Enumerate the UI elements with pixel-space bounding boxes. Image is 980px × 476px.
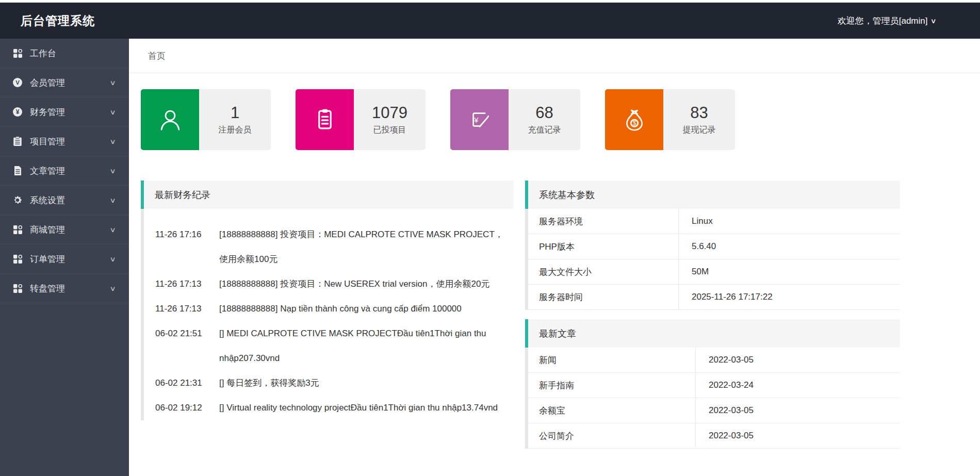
sidebar-item-wheel[interactable]: 转盘管理 ∨	[0, 274, 129, 303]
grid-icon	[12, 283, 23, 293]
sidebar-item-members[interactable]: V 会员管理 ∨	[0, 68, 129, 97]
yuan-circle-icon: ¥	[12, 107, 23, 117]
stat-label: 注册会员	[219, 125, 252, 136]
article-title: 公司简介	[528, 423, 695, 448]
stat-card-withdraw[interactable]: $ 83 提现记录	[605, 89, 735, 150]
sidebar-item-mall[interactable]: 商城管理 ∨	[0, 215, 129, 244]
stat-card-members[interactable]: 1 注册会员	[141, 89, 271, 150]
svg-text:¥: ¥	[473, 116, 479, 124]
record-time: 11-26 17:16	[155, 222, 211, 272]
sidebar-item-label: 项目管理	[30, 136, 65, 147]
finance-panel-header: 最新财务纪录	[141, 180, 514, 209]
sidebar-item-settings[interactable]: 系统设置 ∨	[0, 186, 129, 215]
param-label: PHP版本	[528, 234, 678, 259]
user-icon	[141, 89, 199, 150]
panel-title: 系统基本参数	[539, 189, 595, 201]
finance-record: 11-26 17:13 [18888888888] 投资项目：New USERE…	[144, 272, 514, 297]
yuan-edit-icon: ¥	[450, 89, 509, 150]
param-label: 服务器时间	[528, 285, 678, 309]
table-row[interactable]: 新手指南 2022-03-24	[528, 373, 900, 398]
main-content: 首页 1 注册会员	[129, 39, 980, 476]
breadcrumb-bar: 首页	[129, 39, 980, 73]
article-date: 2022-03-24	[695, 373, 900, 398]
svg-text:$: $	[632, 120, 636, 127]
sidebar-item-label: 工作台	[30, 47, 56, 59]
svg-text:V: V	[15, 79, 20, 86]
table-row: PHP版本 5.6.40	[528, 234, 900, 259]
sidebar-item-label: 商城管理	[30, 224, 65, 236]
stat-value: 83	[690, 104, 708, 122]
table-row[interactable]: 余额宝 2022-03-05	[528, 398, 900, 423]
stat-label: 已投项目	[373, 125, 406, 136]
sidebar-item-projects[interactable]: 项目管理 ∨	[0, 127, 129, 156]
stat-card-invested[interactable]: 1079 已投项目	[296, 89, 426, 150]
article-date: 2022-03-05	[695, 398, 900, 423]
sidebar-item-label: 会员管理	[30, 77, 65, 89]
sidebar-item-label: 转盘管理	[30, 283, 65, 294]
member-circle-icon: V	[12, 77, 23, 88]
svg-text:¥: ¥	[16, 108, 20, 116]
record-time: 06-02 19:12	[155, 396, 211, 420]
chevron-down-icon: ∨	[110, 108, 116, 116]
sidebar-item-finance[interactable]: ¥ 财务管理 ∨	[0, 97, 129, 127]
table-row[interactable]: 公司简介 2022-03-05	[528, 423, 900, 449]
chevron-down-icon: ∨	[110, 226, 116, 234]
chevron-down-icon: ∨	[110, 285, 116, 292]
article-date: 2022-03-05	[695, 348, 900, 372]
article-title: 新闻	[528, 348, 695, 372]
finance-record-list: 11-26 17:16 [18888888888] 投资项目：MEDI CALP…	[141, 209, 514, 420]
param-value: 2025-11-26 17:17:22	[678, 285, 900, 309]
chevron-down-icon: ∨	[110, 167, 116, 175]
record-time: 06-02 21:51	[155, 321, 211, 371]
chevron-down-icon: ∨	[110, 138, 116, 145]
system-params-panel: 系统基本参数 服务器环境 Linux PHP版本 5.6.40	[525, 180, 900, 310]
param-label: 服务器环境	[528, 209, 678, 234]
breadcrumb[interactable]: 首页	[148, 50, 166, 62]
article-date: 2022-03-05	[695, 423, 900, 448]
app-header: 后台管理系统 欢迎您，管理员[admin] ∨	[0, 3, 980, 39]
clipboard-icon	[296, 89, 354, 150]
sidebar-item-label: 财务管理	[30, 106, 65, 118]
sidebar-item-label: 订单管理	[30, 253, 65, 265]
sidebar-item-articles[interactable]: 文章管理 ∨	[0, 156, 129, 186]
record-time: 11-26 17:13	[155, 297, 211, 321]
table-row: 最大文件大小 50M	[528, 259, 900, 285]
document-icon	[12, 166, 23, 176]
chevron-down-icon: ∨	[930, 17, 937, 25]
record-text: [18888888888] 投资项目：MEDI CALPROTE CTIVE M…	[219, 222, 504, 272]
stat-label: 充值记录	[528, 125, 561, 136]
param-label: 最大文件大小	[528, 259, 678, 284]
app-title: 后台管理系统	[21, 13, 95, 29]
record-text: [] Virtual reality technology projectĐầu…	[219, 396, 504, 420]
finance-record: 06-02 21:31 [] 每日签到，获得奖励3元	[144, 371, 514, 396]
stat-card-recharge[interactable]: ¥ 68 充值记录	[450, 89, 580, 150]
article-title: 余额宝	[528, 398, 695, 423]
admin-dashboard: 后台管理系统 欢迎您，管理员[admin] ∨ 工作台 V 会员管理 ∨	[0, 0, 980, 476]
sidebar-item-workbench[interactable]: 工作台	[0, 39, 129, 68]
sidebar-item-orders[interactable]: 订单管理 ∨	[0, 244, 129, 274]
table-row[interactable]: 新闻 2022-03-05	[528, 348, 900, 373]
gear-icon	[12, 195, 23, 205]
chevron-down-icon: ∨	[110, 79, 116, 87]
sidebar-item-label: 系统设置	[30, 194, 65, 206]
table-row: 服务器环境 Linux	[528, 209, 900, 234]
sidebar-item-label: 文章管理	[30, 165, 65, 177]
param-value: 5.6.40	[678, 234, 900, 259]
clipboard-icon	[12, 136, 23, 146]
grid-icon	[12, 48, 23, 58]
record-time: 06-02 21:31	[155, 371, 211, 396]
param-value: 50M	[678, 259, 900, 284]
article-title: 新手指南	[528, 373, 695, 398]
money-bag-icon: $	[605, 89, 663, 150]
system-params-header: 系统基本参数	[525, 180, 900, 209]
user-menu[interactable]: 欢迎您，管理员[admin] ∨	[838, 15, 936, 27]
grid-icon	[12, 254, 23, 264]
latest-articles-panel: 最新文章 新闻 2022-03-05 新手指南 2022-03-24	[525, 319, 900, 449]
stat-value: 68	[535, 104, 553, 122]
table-row: 服务器时间 2025-11-26 17:17:22	[528, 285, 900, 310]
stat-cards: 1 注册会员 1079 已投项目 ¥	[141, 89, 980, 150]
chevron-down-icon: ∨	[110, 196, 116, 204]
latest-articles-table: 新闻 2022-03-05 新手指南 2022-03-24 余额宝 2022-0…	[525, 348, 900, 449]
finance-record: 11-26 17:16 [18888888888] 投资项目：MEDI CALP…	[144, 222, 514, 272]
stat-value: 1079	[372, 104, 407, 122]
